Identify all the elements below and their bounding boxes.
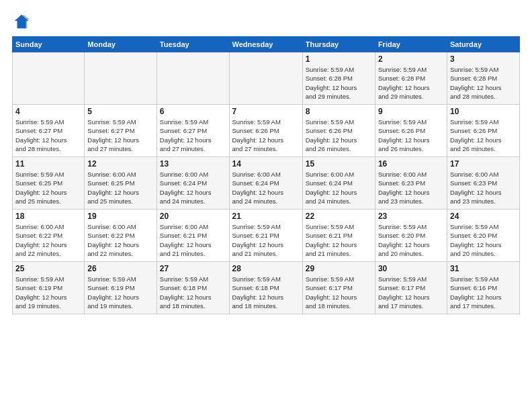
cell-w1-d6: 3Sunrise: 5:59 AMSunset: 6:28 PMDaylight… <box>447 52 519 105</box>
calendar-header: Sunday Monday Tuesday Wednesday Thursday… <box>13 37 520 52</box>
day-info: Sunrise: 5:59 AMSunset: 6:17 PMDaylight:… <box>306 275 372 310</box>
day-number: 5 <box>87 107 153 116</box>
day-info: Sunrise: 5:59 AMSunset: 6:17 PMDaylight:… <box>378 275 444 310</box>
col-saturday: Saturday <box>447 37 519 52</box>
day-info: Sunrise: 5:59 AMSunset: 6:28 PMDaylight:… <box>378 65 444 101</box>
logo-icon <box>12 12 31 31</box>
logo <box>12 12 32 31</box>
cell-w5-d1: 26Sunrise: 5:59 AMSunset: 6:19 PMDayligh… <box>85 262 157 314</box>
cell-w3-d4: 15Sunrise: 6:00 AMSunset: 6:24 PMDayligh… <box>302 157 375 210</box>
week-row-4: 18Sunrise: 6:00 AMSunset: 6:22 PMDayligh… <box>13 210 520 262</box>
week-row-1: 1Sunrise: 5:59 AMSunset: 6:28 PMDaylight… <box>13 52 520 105</box>
cell-w4-d5: 23Sunrise: 5:59 AMSunset: 6:20 PMDayligh… <box>375 210 447 262</box>
day-number: 29 <box>306 264 372 273</box>
day-number: 17 <box>450 159 517 169</box>
cell-w3-d6: 17Sunrise: 6:00 AMSunset: 6:23 PMDayligh… <box>447 157 519 210</box>
day-number: 28 <box>232 264 300 273</box>
cell-w3-d1: 12Sunrise: 6:00 AMSunset: 6:25 PMDayligh… <box>85 157 157 210</box>
day-number: 15 <box>306 159 372 169</box>
day-info: Sunrise: 5:59 AMSunset: 6:27 PMDaylight:… <box>87 118 153 153</box>
day-number: 31 <box>450 264 517 273</box>
day-number: 8 <box>306 107 372 116</box>
day-number: 24 <box>450 212 517 221</box>
day-info: Sunrise: 5:59 AMSunset: 6:27 PMDaylight:… <box>160 118 226 153</box>
day-info: Sunrise: 5:59 AMSunset: 6:18 PMDaylight:… <box>160 275 226 310</box>
day-info: Sunrise: 5:59 AMSunset: 6:26 PMDaylight:… <box>378 118 444 153</box>
day-info: Sunrise: 6:00 AMSunset: 6:24 PMDaylight:… <box>160 170 226 205</box>
week-row-2: 4Sunrise: 5:59 AMSunset: 6:27 PMDaylight… <box>13 105 520 157</box>
day-info: Sunrise: 6:00 AMSunset: 6:24 PMDaylight:… <box>306 170 372 205</box>
cell-w2-d4: 8Sunrise: 5:59 AMSunset: 6:26 PMDaylight… <box>302 105 375 157</box>
cell-w1-d3 <box>229 52 302 105</box>
day-info: Sunrise: 6:00 AMSunset: 6:23 PMDaylight:… <box>378 170 444 205</box>
day-info: Sunrise: 5:59 AMSunset: 6:21 PMDaylight:… <box>232 222 300 258</box>
cell-w5-d0: 25Sunrise: 5:59 AMSunset: 6:19 PMDayligh… <box>13 262 85 314</box>
day-number: 25 <box>15 264 81 273</box>
cell-w2-d3: 7Sunrise: 5:59 AMSunset: 6:26 PMDaylight… <box>229 105 302 157</box>
day-info: Sunrise: 5:59 AMSunset: 6:18 PMDaylight:… <box>232 275 300 310</box>
cell-w3-d0: 11Sunrise: 5:59 AMSunset: 6:25 PMDayligh… <box>13 157 85 210</box>
cell-w1-d2 <box>157 52 229 105</box>
day-number: 12 <box>87 159 153 169</box>
day-info: Sunrise: 6:00 AMSunset: 6:23 PMDaylight:… <box>450 170 517 205</box>
day-info: Sunrise: 5:59 AMSunset: 6:28 PMDaylight:… <box>306 65 372 101</box>
day-info: Sunrise: 5:59 AMSunset: 6:19 PMDaylight:… <box>15 275 81 310</box>
cell-w2-d5: 9Sunrise: 5:59 AMSunset: 6:26 PMDaylight… <box>375 105 447 157</box>
col-thursday: Thursday <box>302 37 375 52</box>
day-number: 21 <box>232 212 300 221</box>
day-info: Sunrise: 5:59 AMSunset: 6:26 PMDaylight:… <box>450 118 517 153</box>
day-info: Sunrise: 6:00 AMSunset: 6:24 PMDaylight:… <box>232 170 300 205</box>
header <box>12 12 520 31</box>
day-number: 14 <box>232 159 300 169</box>
cell-w3-d3: 14Sunrise: 6:00 AMSunset: 6:24 PMDayligh… <box>229 157 302 210</box>
day-info: Sunrise: 5:59 AMSunset: 6:16 PMDaylight:… <box>450 275 517 310</box>
cell-w5-d4: 29Sunrise: 5:59 AMSunset: 6:17 PMDayligh… <box>302 262 375 314</box>
day-number: 1 <box>306 54 372 64</box>
day-number: 22 <box>306 212 372 221</box>
day-info: Sunrise: 5:59 AMSunset: 6:21 PMDaylight:… <box>306 222 372 258</box>
cell-w1-d1 <box>85 52 157 105</box>
cell-w4-d1: 19Sunrise: 6:00 AMSunset: 6:22 PMDayligh… <box>85 210 157 262</box>
cell-w1-d4: 1Sunrise: 5:59 AMSunset: 6:28 PMDaylight… <box>302 52 375 105</box>
cell-w4-d3: 21Sunrise: 5:59 AMSunset: 6:21 PMDayligh… <box>229 210 302 262</box>
cell-w2-d0: 4Sunrise: 5:59 AMSunset: 6:27 PMDaylight… <box>13 105 85 157</box>
calendar-body: 1Sunrise: 5:59 AMSunset: 6:28 PMDaylight… <box>13 52 520 314</box>
cell-w3-d5: 16Sunrise: 6:00 AMSunset: 6:23 PMDayligh… <box>375 157 447 210</box>
col-sunday: Sunday <box>13 37 85 52</box>
col-monday: Monday <box>85 37 157 52</box>
day-number: 6 <box>160 107 226 116</box>
day-info: Sunrise: 6:00 AMSunset: 6:22 PMDaylight:… <box>87 222 153 258</box>
cell-w2-d2: 6Sunrise: 5:59 AMSunset: 6:27 PMDaylight… <box>157 105 229 157</box>
cell-w4-d0: 18Sunrise: 6:00 AMSunset: 6:22 PMDayligh… <box>13 210 85 262</box>
week-row-3: 11Sunrise: 5:59 AMSunset: 6:25 PMDayligh… <box>13 157 520 210</box>
cell-w3-d2: 13Sunrise: 6:00 AMSunset: 6:24 PMDayligh… <box>157 157 229 210</box>
cell-w5-d6: 31Sunrise: 5:59 AMSunset: 6:16 PMDayligh… <box>447 262 519 314</box>
day-number: 9 <box>378 107 444 116</box>
day-number: 27 <box>160 264 226 273</box>
day-info: Sunrise: 5:59 AMSunset: 6:19 PMDaylight:… <box>87 275 153 310</box>
day-number: 7 <box>232 107 300 116</box>
cell-w4-d2: 20Sunrise: 6:00 AMSunset: 6:21 PMDayligh… <box>157 210 229 262</box>
cell-w2-d1: 5Sunrise: 5:59 AMSunset: 6:27 PMDaylight… <box>85 105 157 157</box>
day-number: 19 <box>87 212 153 221</box>
day-number: 13 <box>160 159 226 169</box>
cell-w5-d2: 27Sunrise: 5:59 AMSunset: 6:18 PMDayligh… <box>157 262 229 314</box>
cell-w1-d0 <box>13 52 85 105</box>
page: Sunday Monday Tuesday Wednesday Thursday… <box>0 0 532 411</box>
col-friday: Friday <box>375 37 447 52</box>
week-row-5: 25Sunrise: 5:59 AMSunset: 6:19 PMDayligh… <box>13 262 520 314</box>
cell-w2-d6: 10Sunrise: 5:59 AMSunset: 6:26 PMDayligh… <box>447 105 519 157</box>
day-number: 20 <box>160 212 226 221</box>
cell-w1-d5: 2Sunrise: 5:59 AMSunset: 6:28 PMDaylight… <box>375 52 447 105</box>
day-info: Sunrise: 5:59 AMSunset: 6:20 PMDaylight:… <box>378 222 444 258</box>
cell-w4-d6: 24Sunrise: 5:59 AMSunset: 6:20 PMDayligh… <box>447 210 519 262</box>
day-number: 16 <box>378 159 444 169</box>
day-number: 23 <box>378 212 444 221</box>
day-number: 11 <box>15 159 81 169</box>
cell-w4-d4: 22Sunrise: 5:59 AMSunset: 6:21 PMDayligh… <box>302 210 375 262</box>
cell-w5-d3: 28Sunrise: 5:59 AMSunset: 6:18 PMDayligh… <box>229 262 302 314</box>
day-number: 2 <box>378 54 444 64</box>
day-info: Sunrise: 6:00 AMSunset: 6:22 PMDaylight:… <box>15 222 81 258</box>
day-info: Sunrise: 5:59 AMSunset: 6:20 PMDaylight:… <box>450 222 517 258</box>
header-row: Sunday Monday Tuesday Wednesday Thursday… <box>13 37 520 52</box>
